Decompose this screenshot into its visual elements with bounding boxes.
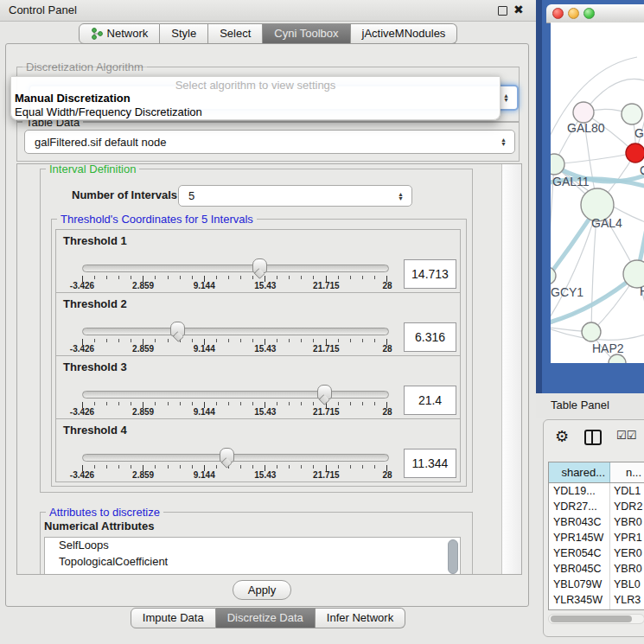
tick-mark bbox=[301, 276, 302, 279]
threshold-value-field[interactable]: 14.713 bbox=[404, 259, 456, 289]
table-row[interactable]: YER054CYER0 bbox=[549, 545, 644, 561]
threshold-value-field[interactable]: 6.316 bbox=[404, 322, 456, 352]
attribute-item-topologicalcoefficient[interactable]: TopologicalCoefficient bbox=[45, 554, 460, 571]
table-row[interactable]: YDL19...YDL1 bbox=[549, 483, 644, 499]
tick-label: 15.43 bbox=[254, 407, 276, 417]
threshold-label: Threshold 2 bbox=[63, 297, 127, 310]
tick-mark bbox=[301, 339, 302, 342]
attribute-item-betweennesscentrality[interactable]: BetweennessCentrality bbox=[45, 571, 460, 575]
tick-label: 2.859 bbox=[132, 470, 154, 480]
slider-track[interactable] bbox=[82, 454, 389, 462]
table-row[interactable]: YBR043CYBR0 bbox=[549, 514, 644, 530]
mac-close-button[interactable] bbox=[552, 8, 564, 19]
network-node-hap2[interactable] bbox=[582, 322, 601, 341]
split-columns-icon[interactable] bbox=[584, 430, 602, 445]
tick-mark bbox=[350, 339, 351, 342]
tick-label: 9.144 bbox=[194, 344, 215, 354]
column-header-2[interactable]: n... bbox=[610, 462, 644, 482]
combo-arrows-icon: ▲▼ bbox=[501, 137, 507, 146]
tick-label: 9.144 bbox=[194, 281, 215, 290]
slider-thumb[interactable] bbox=[252, 258, 267, 273]
algorithm-option-manual[interactable]: Manual Discretization bbox=[15, 92, 131, 105]
attribute-item-selfloops[interactable]: SelfLoops bbox=[45, 538, 460, 554]
tick-mark bbox=[277, 402, 277, 405]
table-row[interactable]: YBL079WYBL0 bbox=[549, 577, 644, 592]
threshold-value-field[interactable]: 11.344 bbox=[404, 449, 456, 478]
node-table[interactable]: shared...n... YDL19...YDL1YDR27...YDR2YB… bbox=[548, 462, 644, 610]
tick-mark bbox=[338, 339, 339, 342]
tab-discretize-data[interactable]: Discretize Data bbox=[216, 608, 316, 628]
column-header-1[interactable]: shared... bbox=[549, 462, 610, 482]
table-cell: YBL079W bbox=[549, 577, 610, 592]
tick-mark bbox=[180, 465, 181, 469]
tab-impute-data[interactable]: Impute Data bbox=[131, 608, 216, 628]
float-window-icon[interactable] bbox=[498, 6, 507, 16]
tick-mark bbox=[94, 402, 95, 405]
gear-icon[interactable]: ⚙ bbox=[555, 427, 569, 446]
table-cell: YDR27... bbox=[549, 499, 610, 514]
slider-thumb[interactable] bbox=[317, 385, 332, 399]
select-checkboxes-icon[interactable]: ☑☑ bbox=[616, 429, 636, 442]
numerical-attributes-list[interactable]: SelfLoopsTopologicalCoefficientBetweenne… bbox=[44, 537, 461, 575]
slider-track[interactable] bbox=[82, 391, 389, 399]
tick-label: 21.715 bbox=[313, 344, 340, 354]
algorithm-option-equal-width[interactable]: Equal Width/Frequency Discretization bbox=[15, 105, 202, 118]
table-cell: YER054C bbox=[549, 545, 610, 561]
node-label: GCY1 bbox=[551, 285, 583, 299]
table-cell: YBR0 bbox=[610, 561, 644, 577]
table-hscrollbar-thumb[interactable] bbox=[551, 615, 632, 622]
slider-ticks bbox=[82, 402, 387, 408]
table-row[interactable]: YBR045CYBR0 bbox=[549, 561, 644, 577]
slider-thumb[interactable] bbox=[170, 322, 185, 336]
table-cell: YDL1 bbox=[610, 483, 644, 499]
table-cell: YBR045C bbox=[549, 561, 610, 577]
tab-style[interactable]: Style bbox=[160, 23, 208, 44]
tick-mark bbox=[216, 402, 217, 405]
list-scrollbar[interactable] bbox=[448, 539, 458, 574]
table-row[interactable]: YLR345WYLR3 bbox=[549, 592, 644, 608]
tab-jactivemnodules[interactable]: jActiveMNodules bbox=[351, 23, 458, 44]
tick-mark bbox=[252, 339, 253, 342]
tick-mark bbox=[192, 465, 193, 469]
tab-cyni-toolbox[interactable]: Cyni Toolbox bbox=[263, 23, 350, 44]
slider-track[interactable] bbox=[82, 328, 389, 335]
network-node-g-[interactable] bbox=[622, 104, 642, 124]
table-data-combobox[interactable]: galFiltered.sif default node ▲▼ bbox=[24, 130, 515, 154]
tick-mark bbox=[192, 402, 193, 405]
slider-track[interactable] bbox=[82, 265, 389, 272]
threshold-value-field[interactable]: 21.4 bbox=[404, 386, 456, 415]
network-node-gal80[interactable] bbox=[573, 102, 594, 123]
interval-definition-title: Interval Definition bbox=[46, 163, 139, 175]
table-row[interactable]: YIL052CYIL0 bbox=[549, 608, 644, 610]
table-row[interactable]: YDR27...YDR2 bbox=[549, 499, 644, 514]
main-scrollbar-track[interactable] bbox=[501, 164, 522, 574]
thresholds-title: Threshold's Coordinates for 5 Intervals bbox=[57, 213, 257, 226]
tick-label: 9.144 bbox=[194, 407, 215, 417]
tick-mark bbox=[106, 465, 107, 469]
table-hscrollbar-track[interactable] bbox=[548, 614, 644, 624]
tick-mark bbox=[374, 402, 375, 405]
tick-mark bbox=[240, 402, 241, 405]
slider-thumb[interactable] bbox=[220, 448, 234, 462]
tick-label: 21.715 bbox=[313, 407, 340, 417]
mac-minimize-button[interactable] bbox=[568, 8, 579, 19]
tick-mark bbox=[118, 276, 119, 279]
network-node-c[interactable] bbox=[626, 143, 644, 163]
tab-network[interactable]: Network bbox=[79, 23, 161, 44]
table-row[interactable]: YPR145WYPR1 bbox=[549, 530, 644, 545]
mac-zoom-button[interactable] bbox=[583, 8, 595, 19]
network-node[interactable] bbox=[609, 354, 626, 363]
threshold-row-1: Threshold 1-3.4262.8599.14415.4321.71528… bbox=[55, 229, 461, 293]
table-data-group: Table Data galFiltered.sif default node … bbox=[16, 122, 520, 162]
tick-mark bbox=[131, 339, 131, 342]
node-label: C bbox=[640, 163, 644, 177]
close-icon[interactable]: ✖ bbox=[513, 3, 524, 16]
tick-mark bbox=[374, 465, 375, 469]
combo-arrows-icon: ▲▼ bbox=[398, 192, 404, 201]
num-intervals-combobox[interactable]: 5 ▲▼ bbox=[178, 185, 412, 207]
apply-button[interactable]: Apply bbox=[233, 580, 291, 600]
tab-select[interactable]: Select bbox=[208, 23, 263, 44]
tick-mark bbox=[106, 276, 107, 279]
tab-infer-network[interactable]: Infer Network bbox=[316, 608, 405, 628]
network-canvas[interactable]: GAL80G.CGAL11GAL4GCY1HHAP2 bbox=[551, 22, 644, 363]
